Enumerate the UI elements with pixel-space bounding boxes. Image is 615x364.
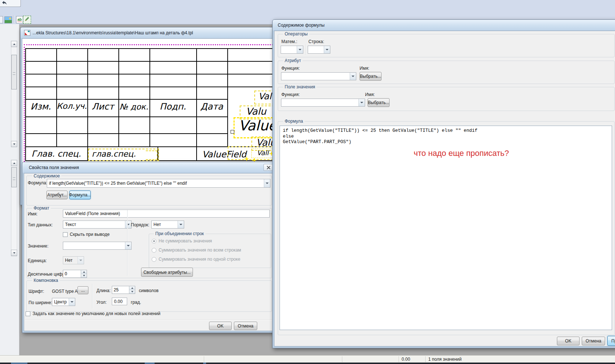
length-value: 25	[114, 287, 118, 292]
spinner-down-icon[interactable]	[81, 274, 87, 278]
angle-suffix: град.	[131, 300, 141, 305]
decimals-spin-buttons[interactable]	[81, 270, 87, 277]
abc-icon: ab	[18, 18, 22, 22]
valuefield-text-2[interactable]: Valu	[246, 106, 266, 117]
abc-tool-button[interactable]: ab	[16, 16, 23, 23]
scroll-down-button[interactable]	[11, 141, 17, 147]
default-checkbox[interactable]	[26, 311, 30, 316]
sum-all-rows-radio[interactable]	[152, 248, 156, 253]
angle-input[interactable]: 0.00	[112, 298, 127, 305]
spinner-up-icon[interactable]	[81, 270, 87, 274]
selection-handle[interactable]	[231, 130, 234, 134]
chevron-down-icon	[79, 260, 82, 261]
attribute-function-combobox[interactable]	[281, 72, 356, 80]
string-operator-combobox[interactable]	[308, 46, 330, 54]
undo-button[interactable]	[0, 0, 21, 7]
image-tool-button[interactable]	[4, 16, 12, 23]
scroll-down-button-2[interactable]	[11, 250, 17, 256]
formula-ok-button[interactable]: OK	[557, 337, 580, 345]
status-separator	[204, 356, 204, 362]
hide-on-output-label: Скрыть при выводе	[70, 232, 110, 237]
scroll-down-icon	[13, 143, 15, 145]
data-type-combobox[interactable]: Текст	[63, 221, 132, 229]
formula-apply-button[interactable]: Пр	[607, 336, 615, 346]
decimals-spinner[interactable]: 0	[63, 270, 87, 278]
halign-dropdown-button[interactable]	[69, 298, 75, 306]
properties-dialog-body: Содержимое Формула: if length(GetValue("…	[24, 173, 277, 331]
valuefield-text-1[interactable]: Val	[258, 91, 272, 101]
length-spin-buttons[interactable]	[129, 286, 135, 294]
cancel-button[interactable]: Отмена	[234, 322, 257, 330]
length-suffix: символов	[139, 288, 159, 294]
desktop: ab ...ekla Structures\18.1\environments\…	[0, 0, 615, 364]
scroll-up-button-2[interactable]	[11, 160, 17, 166]
value-field-function-label: Функция:	[281, 92, 300, 97]
formula-button[interactable]: Формула...	[69, 191, 91, 199]
order-label: Порядок:	[131, 222, 149, 228]
edit-template-tool-button[interactable]	[23, 16, 31, 24]
sum-one-row-radio[interactable]	[152, 257, 156, 262]
scroll-up-button[interactable]	[11, 41, 17, 47]
math-dropdown-button[interactable]	[297, 46, 303, 53]
unit-combobox[interactable]: Нет	[63, 256, 84, 264]
footer-glav-spec: Глав. спец.	[25, 149, 87, 158]
halign-combobox[interactable]: Центр	[52, 298, 75, 306]
close-button[interactable]	[263, 164, 273, 171]
hide-on-output-checkbox[interactable]	[63, 232, 68, 237]
formula-value: if length(GetValue("TITLE")) <= 25 then …	[47, 181, 264, 186]
status-separator	[399, 356, 399, 362]
grid-line	[25, 99, 228, 100]
valuefield-text-5[interactable]: Vall	[257, 149, 269, 157]
value-field-dropdown-button[interactable]	[358, 99, 365, 106]
name-input[interactable]: ValueField (Поле значения)	[63, 210, 270, 218]
status-separator	[425, 356, 426, 362]
content-group-label: Содержимое	[32, 173, 61, 179]
template-window-title: ...ekla Structures\18.1\environments\rus…	[33, 30, 193, 35]
valuefield-text-selected[interactable]: Value	[239, 118, 277, 134]
formula-dropdown-button[interactable]	[264, 179, 270, 187]
unit-value: Нет	[63, 258, 77, 263]
grid-line	[227, 48, 228, 146]
font-browse-button[interactable]: ...	[77, 286, 88, 294]
data-type-dropdown-button[interactable]	[125, 221, 131, 228]
order-combobox[interactable]: Нет	[151, 221, 184, 229]
format-group-label: Формат	[32, 206, 51, 211]
snap-cross-icon	[244, 157, 248, 161]
chevron-down-icon	[360, 102, 363, 103]
value-field-select-button[interactable]: Выбрать...	[368, 98, 390, 107]
value-label: Значение:	[28, 244, 49, 249]
attribute-dropdown-button[interactable]	[350, 73, 356, 80]
undo-arrow-icon	[1, 0, 7, 7]
formula-combobox[interactable]: if length(GetValue("TITLE")) <= 25 then …	[47, 179, 270, 188]
scrollbar-thumb[interactable]	[11, 55, 17, 89]
status-bar: 0.00 1 поля значений	[0, 355, 615, 363]
value-field-function-combobox[interactable]	[281, 99, 365, 107]
table-header-izm: Изм.	[25, 101, 56, 112]
unit-dropdown-button[interactable]	[77, 257, 84, 264]
ok-button[interactable]: OK	[209, 322, 232, 330]
layout-group-label: Компоновка	[32, 278, 60, 283]
free-attributes-button[interactable]: Свободные атрибуты...	[141, 268, 193, 277]
name-label: Имя:	[28, 211, 38, 217]
spinner-up-icon[interactable]	[129, 286, 135, 290]
no-sum-radio[interactable]	[152, 239, 156, 244]
formula-line-3: GetValue("PART.PART_POS")	[283, 139, 609, 145]
spinner-down-icon[interactable]	[129, 290, 135, 294]
chevron-down-icon	[179, 224, 182, 225]
value-dropdown-button[interactable]	[125, 242, 131, 249]
value-combobox[interactable]	[63, 242, 132, 250]
formula-dialog-titlebar[interactable]: Содержимое формулы	[273, 20, 615, 30]
formula-cancel-button[interactable]: Отмена	[582, 337, 605, 345]
toolbar-clipped-icon[interactable]	[0, 16, 3, 23]
grid-line	[25, 116, 228, 117]
attribute-select-button[interactable]: Выбрать...	[360, 72, 381, 81]
length-spinner[interactable]: 25	[112, 286, 135, 294]
chevron-down-icon	[127, 245, 130, 246]
scrollbar-thumb-2[interactable]	[11, 167, 17, 187]
footer-glav-spec-field[interactable]: глав.спец.	[92, 149, 136, 158]
properties-dialog-titlebar[interactable]: Свойства поля значения	[22, 162, 279, 173]
string-dropdown-button[interactable]	[324, 46, 330, 53]
math-operator-combobox[interactable]	[281, 46, 303, 54]
attribute-button[interactable]: Атрибут...	[46, 191, 68, 199]
order-dropdown-button[interactable]	[178, 221, 184, 228]
